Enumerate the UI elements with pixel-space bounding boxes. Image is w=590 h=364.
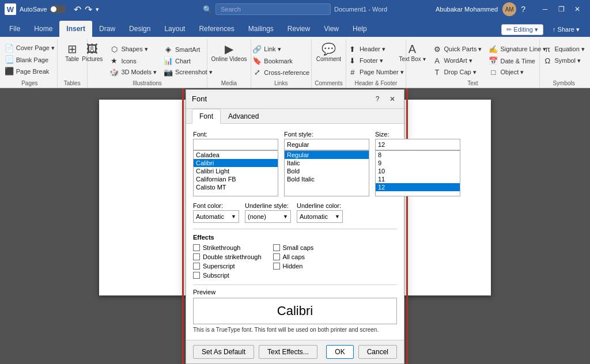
undo-btn[interactable]: ↶ bbox=[74, 4, 81, 15]
size-item-10[interactable]: 10 bbox=[376, 167, 460, 175]
hidden-row[interactable]: Hidden bbox=[273, 263, 314, 270]
tab-view[interactable]: View bbox=[317, 21, 346, 37]
font-input[interactable] bbox=[193, 139, 278, 150]
page-break-btn[interactable]: ⬛ Page Break bbox=[2, 66, 58, 77]
hidden-checkbox[interactable] bbox=[273, 263, 280, 270]
close-btn[interactable]: ✕ bbox=[569, 1, 585, 17]
comment-btn[interactable]: 💬 Comment bbox=[313, 41, 344, 65]
textbox-btn[interactable]: A Text Box ▾ bbox=[396, 41, 428, 65]
restore-btn[interactable]: ❐ bbox=[553, 1, 569, 17]
equation-icon: π bbox=[543, 45, 552, 54]
symbol-icon: Ω bbox=[543, 56, 552, 65]
ribbon-group-pages: 📄 Cover Page ▾ 📃 Blank Page ⬛ Page Break… bbox=[2, 39, 58, 88]
all-caps-row[interactable]: All caps bbox=[273, 253, 314, 260]
double-strikethrough-row[interactable]: Double strikethrough bbox=[193, 253, 262, 260]
tab-draw[interactable]: Draw bbox=[92, 21, 122, 37]
font-list[interactable]: Caladea Calibri Calibri Light California… bbox=[193, 150, 278, 196]
shapes-btn[interactable]: ⬡ Shapes ▾ bbox=[107, 44, 160, 55]
style-item-bold[interactable]: Bold bbox=[285, 167, 369, 175]
dialog-tab-font[interactable]: Font bbox=[192, 109, 221, 124]
superscript-checkbox[interactable] bbox=[193, 263, 200, 270]
tab-mailings[interactable]: Mailings bbox=[241, 21, 281, 37]
customize-btn[interactable]: ▾ bbox=[96, 6, 99, 13]
font-item-californian-fb[interactable]: Californian FB bbox=[194, 175, 278, 183]
ok-btn[interactable]: OK bbox=[326, 345, 353, 359]
preview-text: Calibri bbox=[277, 304, 313, 318]
underline-style-select[interactable]: (none) ▼ bbox=[245, 210, 291, 223]
dialog-tab-advanced[interactable]: Advanced bbox=[221, 109, 266, 124]
quick-parts-btn[interactable]: ⚙ Quick Parts ▾ bbox=[430, 44, 485, 55]
double-strikethrough-checkbox[interactable] bbox=[193, 253, 200, 260]
tab-home[interactable]: Home bbox=[27, 21, 59, 37]
icons-btn[interactable]: ★ Icons bbox=[107, 55, 160, 66]
cancel-btn[interactable]: Cancel bbox=[358, 345, 397, 359]
style-item-regular[interactable]: Regular bbox=[285, 151, 369, 159]
3d-models-btn[interactable]: 🎲 3D Models ▾ bbox=[107, 67, 160, 78]
superscript-row[interactable]: Superscript bbox=[193, 263, 262, 270]
pictures-label: Pictures bbox=[82, 56, 103, 63]
bookmark-btn[interactable]: 🔖 Bookmark bbox=[249, 55, 312, 66]
style-item-italic[interactable]: Italic bbox=[285, 159, 369, 167]
blank-page-icon: 📃 bbox=[5, 55, 14, 64]
tab-file[interactable]: File bbox=[2, 21, 27, 37]
wordart-btn[interactable]: A WordArt ▾ bbox=[430, 55, 485, 66]
size-list[interactable]: 8 9 10 11 12 bbox=[375, 150, 460, 196]
size-input[interactable] bbox=[375, 139, 460, 150]
pictures-btn[interactable]: 🖼 Pictures bbox=[79, 41, 105, 65]
cross-reference-btn[interactable]: ⤢ Cross-reference bbox=[249, 67, 312, 78]
subscript-checkbox[interactable] bbox=[193, 272, 200, 279]
font-color-select[interactable]: Automatic ▼ bbox=[193, 210, 239, 223]
size-item-11[interactable]: 11 bbox=[376, 175, 460, 183]
share-button[interactable]: ↑ Share ▾ bbox=[547, 24, 585, 35]
redo-btn[interactable]: ↷ bbox=[85, 4, 92, 15]
font-fields-row: Font: Caladea Calibri Calibri Light Cali… bbox=[193, 131, 397, 196]
editing-button[interactable]: ✏ Editing ▾ bbox=[501, 24, 543, 35]
tab-references[interactable]: References bbox=[192, 21, 241, 37]
tab-layout[interactable]: Layout bbox=[157, 21, 192, 37]
style-input[interactable] bbox=[284, 139, 369, 150]
small-caps-checkbox[interactable] bbox=[273, 244, 280, 251]
autosave-toggle[interactable] bbox=[50, 5, 66, 13]
size-item-9[interactable]: 9 bbox=[376, 159, 460, 167]
strikethrough-checkbox[interactable] bbox=[193, 244, 200, 251]
illus-small-group: ⬡ Shapes ▾ ★ Icons 🎲 3D Models ▾ bbox=[107, 43, 160, 78]
text-effects-btn[interactable]: Text Effects... bbox=[259, 345, 317, 359]
symbol-btn[interactable]: Ω Symbol ▾ bbox=[540, 55, 587, 66]
screenshot-icon: 📷 bbox=[164, 68, 173, 77]
text-group-label: Text bbox=[467, 80, 478, 88]
equation-btn[interactable]: π Equation ▾ bbox=[540, 44, 587, 55]
font-item-calisto-mt[interactable]: Calisto MT bbox=[194, 183, 278, 191]
online-videos-btn[interactable]: ▶ Online Videos bbox=[208, 41, 249, 65]
cover-page-btn[interactable]: 📄 Cover Page ▾ bbox=[2, 43, 58, 54]
tab-design[interactable]: Design bbox=[122, 21, 157, 37]
search-box[interactable]: Search bbox=[215, 3, 331, 15]
link-btn[interactable]: 🔗 Link ▾ bbox=[249, 44, 312, 55]
font-item-calibri-light[interactable]: Calibri Light bbox=[194, 167, 278, 175]
size-item-8[interactable]: 8 bbox=[376, 151, 460, 159]
tab-review[interactable]: Review bbox=[281, 21, 317, 37]
dialog-footer: Set As Default Text Effects... OK Cancel bbox=[186, 340, 404, 363]
underline-color-select[interactable]: Automatic ▼ bbox=[297, 210, 343, 223]
style-item-bold-italic[interactable]: Bold Italic bbox=[285, 175, 369, 183]
strikethrough-row[interactable]: Strikethrough bbox=[193, 244, 262, 251]
icons-icon: ★ bbox=[109, 56, 119, 65]
set-as-default-btn[interactable]: Set As Default bbox=[193, 345, 254, 359]
font-item-caladea[interactable]: Caladea bbox=[194, 151, 278, 159]
dialog-close-btn[interactable]: ✕ bbox=[387, 93, 398, 105]
style-list[interactable]: Regular Italic Bold Bold Italic bbox=[284, 150, 369, 196]
small-caps-row[interactable]: Small caps bbox=[273, 244, 314, 251]
dialog-help-btn[interactable]: ? bbox=[372, 93, 383, 105]
blank-page-btn[interactable]: 📃 Blank Page bbox=[2, 54, 58, 65]
minimize-btn[interactable]: ─ bbox=[537, 1, 553, 17]
dropcap-btn[interactable]: T Drop Cap ▾ bbox=[430, 67, 485, 78]
font-item-calibri[interactable]: Calibri bbox=[194, 159, 278, 167]
subscript-row[interactable]: Subscript bbox=[193, 272, 262, 279]
tab-help[interactable]: Help bbox=[346, 21, 374, 37]
preview-box: Calibri bbox=[193, 298, 397, 324]
tab-insert[interactable]: Insert bbox=[59, 21, 92, 37]
blank-page-label: Blank Page bbox=[16, 56, 48, 63]
size-item-12[interactable]: 12 bbox=[376, 183, 460, 191]
all-caps-checkbox[interactable] bbox=[273, 253, 280, 260]
ribbon-tabs: File Home Insert Draw Design Layout Refe… bbox=[0, 18, 590, 37]
help-icon[interactable]: ? bbox=[521, 5, 525, 14]
